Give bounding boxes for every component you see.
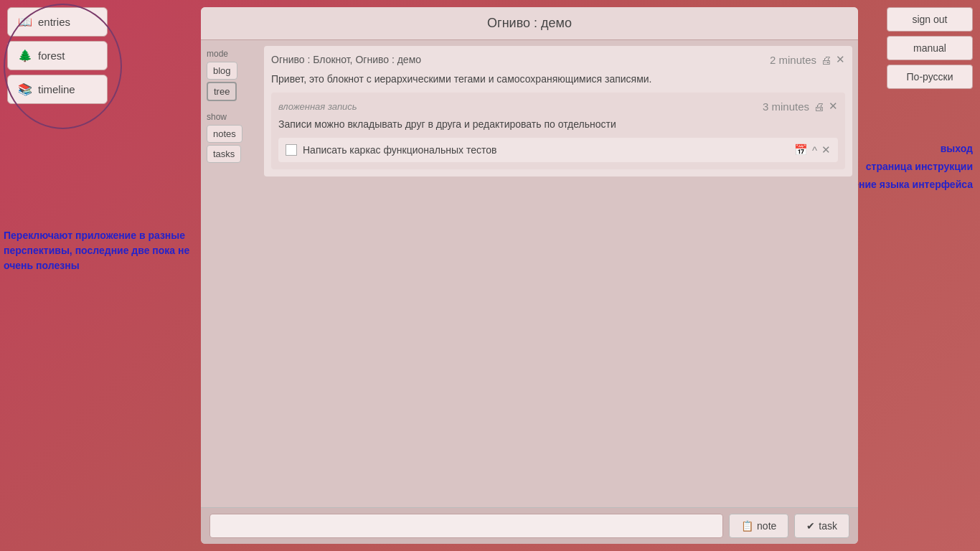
show-label: show — [207, 112, 253, 122]
manual-button[interactable]: manual — [887, 36, 973, 60]
main-content: Огниво : демо mode blog tree show notes … — [201, 7, 858, 544]
sidebar-item-forest[interactable]: 🌲 forest — [7, 41, 108, 70]
timeline-icon: 📚 — [18, 83, 32, 96]
note-card-header: Огниво : Блокнот, Огниво : демо 2 minute… — [271, 53, 845, 66]
entry-input[interactable] — [209, 514, 723, 538]
nested-note-title: вложенная запись — [278, 101, 357, 112]
forest-label: forest — [38, 50, 65, 62]
nested-timestamp: 3 minutes — [763, 100, 809, 113]
app-title: Огниво : демо — [487, 16, 572, 30]
note-btn-label: note — [757, 520, 776, 532]
language-button[interactable]: По-русски — [887, 65, 973, 89]
right-panel: sign out manual По-русски — [887, 7, 973, 89]
task-checkbox[interactable] — [286, 144, 297, 156]
timestamp: 2 minutes — [770, 54, 816, 66]
nested-print-icon[interactable]: 🖨 — [814, 100, 824, 113]
nested-note: вложенная запись 3 minutes 🖨 ✕ Записи мо… — [271, 93, 845, 169]
main-note-card: Огниво : Блокнот, Огниво : демо 2 minute… — [264, 46, 852, 176]
task-btn-label: task — [819, 520, 837, 532]
nested-note-actions: 3 minutes 🖨 ✕ — [763, 100, 838, 113]
entries-label: entries — [38, 16, 70, 28]
task-row: Написать каркас функциональных тестов 📅 … — [278, 138, 838, 162]
main-body: mode blog tree show notes tasks Огниво :… — [201, 40, 858, 507]
mode-blog-button[interactable]: blog — [207, 62, 237, 80]
bottom-toolbar: 📋 note ✔ task — [201, 507, 858, 544]
task-button[interactable]: ✔ task — [794, 514, 849, 538]
task-btn-icon: ✔ — [806, 520, 815, 532]
forest-icon: 🌲 — [18, 49, 32, 62]
timeline-label: timeline — [38, 83, 75, 95]
print-icon[interactable]: 🖨 — [821, 54, 831, 66]
note-breadcrumb: Огниво : Блокнот, Огниво : демо — [271, 54, 421, 65]
task-text: Написать каркас функциональных тестов — [303, 144, 788, 156]
note-card-actions: 2 minutes 🖨 ✕ — [770, 53, 845, 66]
entries-icon: 📖 — [18, 15, 32, 29]
task-close-icon[interactable]: ✕ — [821, 143, 831, 156]
task-actions: 📅 ^ ✕ — [794, 143, 831, 156]
mode-section: mode blog tree — [207, 49, 253, 103]
mode-label: mode — [207, 49, 253, 59]
show-tasks-button[interactable]: tasks — [207, 145, 241, 163]
controls-panel: mode blog tree show notes tasks — [201, 40, 258, 507]
note-button[interactable]: 📋 note — [729, 514, 788, 538]
sidebar-item-entries[interactable]: 📖 entries — [7, 7, 108, 37]
left-sidebar: 📖 entries 🌲 forest 📚 timeline — [7, 7, 108, 104]
annotation-text: Переключают приложение в разные перспект… — [4, 228, 208, 273]
sign-out-button[interactable]: sign out — [887, 7, 973, 32]
show-notes-button[interactable]: notes — [207, 125, 242, 143]
notes-area: Огниво : Блокнот, Огниво : демо 2 minute… — [258, 40, 858, 507]
note-card-content: Привет, это блокнот с иерархическими тег… — [271, 72, 845, 87]
sidebar-item-timeline[interactable]: 📚 timeline — [7, 75, 108, 104]
nested-note-content: Записи можно вкладывать друг в друга и р… — [278, 117, 838, 132]
nested-close-icon[interactable]: ✕ — [829, 100, 838, 113]
main-header: Огниво : демо — [201, 7, 858, 40]
chevron-up-icon[interactable]: ^ — [812, 144, 817, 156]
nested-note-header: вложенная запись 3 minutes 🖨 ✕ — [278, 100, 838, 113]
note-btn-icon: 📋 — [741, 520, 753, 532]
show-section: show notes tasks — [207, 112, 253, 165]
mode-tree-button[interactable]: tree — [207, 82, 237, 101]
calendar-icon[interactable]: 📅 — [794, 143, 808, 156]
close-icon[interactable]: ✕ — [836, 53, 845, 66]
